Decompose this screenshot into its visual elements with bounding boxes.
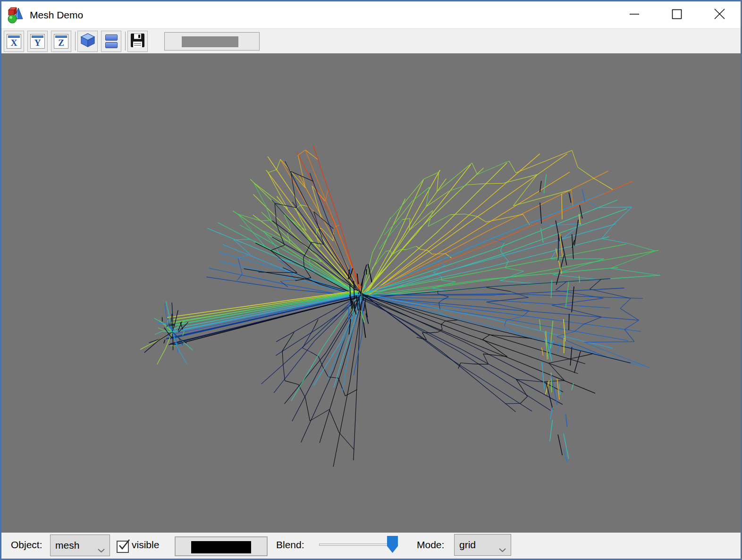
close-icon (714, 8, 725, 21)
mesh-color-button[interactable] (175, 536, 268, 556)
blend-slider-track[interactable] (319, 543, 393, 546)
cube-view-button[interactable] (77, 31, 98, 52)
toolbar: X Y Z (1, 28, 741, 53)
split-view-icon (104, 34, 118, 49)
axis-y-button[interactable]: Y (27, 31, 48, 52)
minimize-button[interactable] (613, 1, 656, 28)
color-preview-bar (182, 36, 238, 47)
chevron-down-icon (98, 544, 105, 555)
blend-label: Blend: (276, 539, 304, 551)
mesh-color-chip (191, 541, 251, 553)
mode-select[interactable]: grid (454, 534, 511, 556)
minimize-icon (629, 9, 640, 21)
axis-x-button[interactable]: X (4, 31, 24, 52)
mesh-svg (1, 53, 741, 533)
save-button[interactable] (127, 31, 148, 52)
app-window: Mesh Demo X (0, 0, 742, 560)
axis-x-icon: X (7, 34, 21, 49)
chevron-down-icon (499, 543, 506, 555)
object-select-value: mesh (55, 540, 79, 551)
split-view-button[interactable] (101, 31, 121, 52)
object-label: Object: (11, 539, 42, 551)
mesh-viewport[interactable] (1, 53, 741, 533)
toolbar-separator (75, 32, 76, 51)
color-preview-box[interactable] (164, 32, 260, 51)
axis-z-button[interactable]: Z (51, 31, 71, 52)
caption-buttons (613, 1, 741, 28)
blend-slider-thumb[interactable] (387, 536, 398, 553)
visible-checkbox[interactable] (117, 541, 129, 553)
app-icon (7, 7, 24, 24)
maximize-button[interactable] (656, 1, 698, 28)
window-title: Mesh Demo (30, 9, 83, 21)
cube-icon (80, 32, 96, 50)
axis-z-icon: Z (54, 34, 68, 49)
toolbar-separator (125, 32, 126, 51)
mode-select-value: grid (459, 539, 476, 551)
bottom-bar: Object: mesh visible Blend: Mode: grid (1, 533, 741, 559)
visible-label[interactable]: visible (132, 539, 159, 551)
close-button[interactable] (698, 1, 741, 28)
mode-label: Mode: (417, 539, 444, 551)
check-icon (117, 538, 131, 552)
save-icon (130, 33, 145, 50)
title-bar: Mesh Demo (1, 1, 741, 28)
axis-y-icon: Y (30, 34, 45, 49)
maximize-icon (672, 9, 682, 21)
object-select[interactable]: mesh (50, 535, 110, 556)
